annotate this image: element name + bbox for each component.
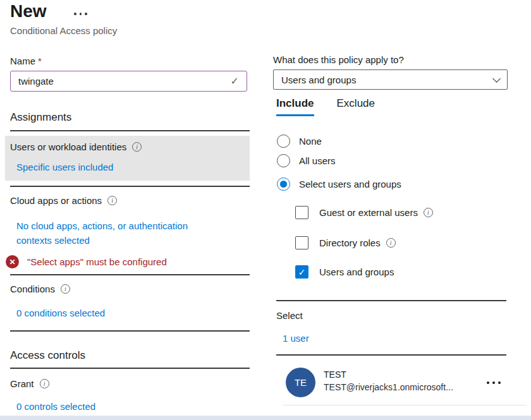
- grant-link[interactable]: 0 controls selected: [16, 401, 95, 412]
- conditional-access-new-policy-pane: New Conditional Access policy Name* twin…: [0, 0, 531, 420]
- info-icon[interactable]: i: [40, 379, 49, 388]
- divider: [276, 300, 506, 301]
- user-email: TEST@riverjacks1.onmicrosoft...: [324, 382, 453, 392]
- conditions-label: Conditions: [10, 284, 55, 294]
- chevron-down-icon: [492, 75, 501, 83]
- radio-select-users-groups[interactable]: Select users and groups: [277, 177, 401, 191]
- cloud-apps-label: Cloud apps or actions: [10, 195, 102, 206]
- divider: [10, 130, 250, 131]
- grant-label: Grant: [10, 378, 34, 389]
- select-section-label: Select: [276, 310, 303, 321]
- name-label-text: Name: [10, 56, 35, 66]
- divider: [10, 274, 250, 275]
- name-field-label: Name*: [10, 56, 42, 66]
- error-message: "Select apps" must be configured: [27, 256, 167, 267]
- checkbox-guest-external-users-label: Guest or external users: [319, 207, 418, 218]
- assignments-heading: Assignments: [10, 111, 71, 124]
- apply-to-dropdown[interactable]: Users and groups: [273, 69, 508, 90]
- checkbox-checked-icon: ✓: [295, 265, 308, 279]
- divider: [10, 330, 250, 332]
- info-icon[interactable]: i: [61, 284, 70, 294]
- radio-none-label: None: [299, 136, 322, 147]
- conditions-link[interactable]: 0 conditions selected: [16, 308, 105, 318]
- page-subtitle: Conditional Access policy: [10, 25, 117, 36]
- radio-all-users-label: All users: [299, 155, 336, 166]
- valid-check-icon: ✓: [231, 75, 239, 87]
- required-asterisk: *: [38, 56, 42, 66]
- policy-name-value: twingate: [18, 76, 231, 87]
- checkbox-unchecked-icon: [295, 206, 308, 219]
- users-identities-section[interactable]: Users or workload identities i Specific …: [5, 136, 250, 181]
- divider: [283, 405, 527, 405]
- radio-all-users[interactable]: All users: [277, 154, 336, 167]
- info-icon[interactable]: i: [386, 238, 396, 248]
- avatar: TE: [286, 368, 315, 397]
- info-icon[interactable]: i: [132, 142, 142, 152]
- checkbox-users-groups-label: Users and groups: [319, 267, 394, 277]
- radio-select-users-groups-label: Select users and groups: [299, 179, 401, 189]
- radio-none[interactable]: None: [277, 135, 322, 148]
- page-title: New: [10, 1, 47, 21]
- more-menu-icon[interactable]: [74, 13, 87, 15]
- user-more-menu-icon[interactable]: [484, 379, 503, 387]
- checkbox-directory-roles[interactable]: Directory roles i: [295, 236, 396, 249]
- radio-selected-icon: [277, 177, 290, 191]
- user-name: TEST: [324, 369, 346, 380]
- bottom-edge-strip: [0, 416, 531, 420]
- info-icon[interactable]: i: [424, 208, 433, 217]
- radio-circle-icon: [277, 135, 290, 148]
- tab-exclude[interactable]: Exclude: [337, 97, 375, 116]
- checkbox-directory-roles-label: Directory roles: [319, 237, 381, 248]
- specific-users-link[interactable]: Specific users included: [16, 162, 113, 172]
- include-exclude-tabs: Include Exclude: [276, 97, 375, 116]
- apply-to-question-label: What does this policy apply to?: [273, 54, 404, 65]
- select-apps-error: ✕ "Select apps" must be configured: [6, 255, 167, 268]
- cloud-apps-link[interactable]: No cloud apps, actions, or authenticatio…: [16, 219, 219, 248]
- divider: [276, 354, 506, 356]
- apply-to-dropdown-value: Users and groups: [281, 75, 492, 85]
- grant-label-row: Grant i: [10, 378, 49, 389]
- tab-include[interactable]: Include: [276, 97, 314, 116]
- cloud-apps-label-row: Cloud apps or actions i: [10, 195, 117, 206]
- checkbox-unchecked-icon: [295, 236, 308, 249]
- selected-users-link[interactable]: 1 user: [283, 333, 309, 344]
- info-icon[interactable]: i: [107, 196, 117, 205]
- error-icon: ✕: [6, 255, 19, 268]
- access-controls-heading: Access controls: [10, 349, 85, 362]
- policy-name-input[interactable]: twingate ✓: [10, 71, 247, 92]
- radio-circle-icon: [277, 154, 290, 167]
- divider: [10, 186, 250, 187]
- divider: [10, 368, 250, 369]
- users-identities-label: Users or workload identities: [10, 141, 126, 152]
- users-identities-label-row: Users or workload identities i: [10, 141, 142, 152]
- conditions-label-row: Conditions i: [10, 284, 70, 294]
- checkbox-users-groups[interactable]: ✓ Users and groups: [295, 265, 394, 279]
- checkbox-guest-external-users[interactable]: Guest or external users i: [295, 206, 433, 219]
